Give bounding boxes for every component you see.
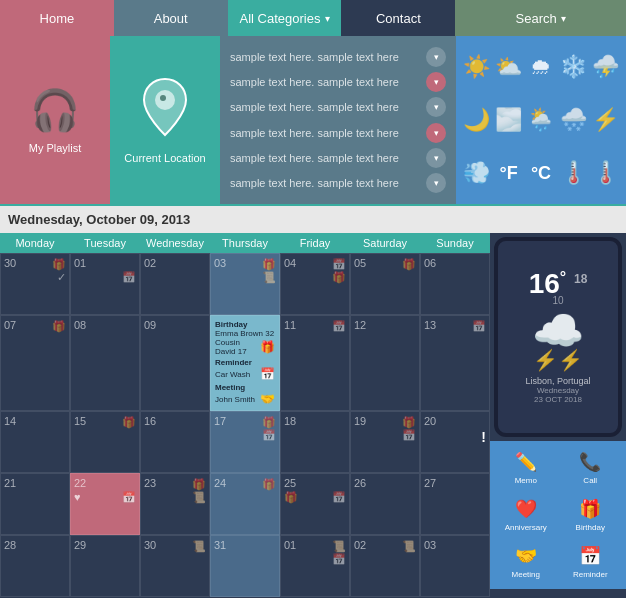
cell-12[interactable]: 12 bbox=[350, 315, 420, 411]
cal-icon2: 📅 bbox=[332, 491, 346, 504]
cell-17[interactable]: 17🎁 📅 bbox=[210, 411, 280, 473]
location-box[interactable]: Current Location bbox=[110, 36, 220, 204]
cell-16[interactable]: 16 bbox=[140, 411, 210, 473]
cloud-sun-icon: ⛅ bbox=[495, 54, 522, 80]
cell-10-event[interactable]: Birthday Emma Brown 32 Cousin David 17 🎁… bbox=[210, 315, 280, 411]
news-row-5: sample text here. sample text here ▾ bbox=[230, 148, 446, 168]
thunder-icon: ⚡ bbox=[592, 107, 619, 133]
cell-31[interactable]: 31 bbox=[210, 535, 280, 597]
cell-07[interactable]: 07🎁 bbox=[0, 315, 70, 411]
cell-num: 01 bbox=[74, 257, 86, 269]
news-btn-4[interactable]: ▾ bbox=[426, 123, 446, 143]
cell-06a[interactable]: 06 bbox=[420, 253, 490, 315]
nav-search[interactable]: Search ▾ bbox=[455, 0, 626, 36]
event-emma: Emma Brown 32 bbox=[215, 329, 275, 338]
cell-02a[interactable]: 02 bbox=[140, 253, 210, 315]
cell-25[interactable]: 25 🎁 📅 bbox=[280, 473, 350, 535]
event-carwash: Car Wash bbox=[215, 370, 250, 379]
cell-23[interactable]: 23🎁 📜 bbox=[140, 473, 210, 535]
cell-num: 25 bbox=[284, 477, 296, 489]
news-btn-3[interactable]: ▾ bbox=[426, 97, 446, 117]
cell-09[interactable]: 09 bbox=[140, 315, 210, 411]
cell-num: 09 bbox=[144, 319, 156, 331]
cell-03a[interactable]: 03🎁 📜 bbox=[210, 253, 280, 315]
meeting-action[interactable]: 🤝 Meeting bbox=[494, 539, 558, 585]
calendar-title: Wednesday, October 09, 2013 bbox=[8, 212, 190, 227]
calendar-icon-event: 📅 bbox=[260, 367, 275, 381]
cell-num: 28 bbox=[4, 539, 16, 551]
cell-01a[interactable]: 01 📅 bbox=[70, 253, 140, 315]
call-action[interactable]: 📞 Call bbox=[559, 445, 623, 491]
cell-num: 19 bbox=[354, 415, 366, 427]
memo-label: Memo bbox=[515, 476, 537, 485]
thermometer-high-icon: 🌡️ bbox=[592, 160, 619, 186]
exclaim-icon: ! bbox=[424, 429, 486, 445]
cell-num: 23 bbox=[144, 477, 156, 489]
nav-contact[interactable]: Contact bbox=[341, 0, 455, 36]
cell-20[interactable]: 20 ! bbox=[420, 411, 490, 473]
news-row-1: sample text here. sample text here ▾ bbox=[230, 47, 446, 67]
event-birthday-label: Birthday bbox=[215, 320, 275, 329]
cell-11[interactable]: 11📅 bbox=[280, 315, 350, 411]
phone-date: 23 OCT 2018 bbox=[534, 395, 582, 404]
nav-about[interactable]: About bbox=[114, 0, 228, 36]
day-friday: Friday bbox=[280, 233, 350, 253]
birthday-icon: 🎁 bbox=[579, 498, 601, 520]
event-johnsmith: John Smith bbox=[215, 395, 255, 404]
birthday-label: Birthday bbox=[576, 523, 605, 532]
news-btn-5[interactable]: ▾ bbox=[426, 148, 446, 168]
cell-02b[interactable]: 02📜 bbox=[350, 535, 420, 597]
nav-categories[interactable]: All Categories ▾ bbox=[228, 0, 342, 36]
news-btn-1[interactable]: ▾ bbox=[426, 47, 446, 67]
cell-14[interactable]: 14 bbox=[0, 411, 70, 473]
day-sunday: Sunday bbox=[420, 233, 490, 253]
birthday-action[interactable]: 🎁 Birthday bbox=[559, 492, 623, 538]
snow-icon: ❄️ bbox=[560, 54, 587, 80]
cell-30b[interactable]: 30📜 bbox=[140, 535, 210, 597]
news-btn-6[interactable]: ▾ bbox=[426, 173, 446, 193]
gift-icon2: 🎁 bbox=[284, 491, 298, 504]
meeting-icon: 🤝 bbox=[515, 545, 537, 567]
memo-action[interactable]: ✏️ Memo bbox=[494, 445, 558, 491]
cell-29[interactable]: 29 bbox=[70, 535, 140, 597]
cell-04a[interactable]: 04📅 🎁 bbox=[280, 253, 350, 315]
cell-13[interactable]: 13📅 bbox=[420, 315, 490, 411]
fog-icon: 🌫️ bbox=[495, 107, 522, 133]
phone-day: Wednesday bbox=[537, 386, 579, 395]
anniversary-action[interactable]: ❤️ Anniversary bbox=[494, 492, 558, 538]
cell-num: 26 bbox=[354, 477, 366, 489]
cell-num: 30 bbox=[4, 257, 16, 269]
news-btn-2[interactable]: ▾ bbox=[426, 72, 446, 92]
cell-18[interactable]: 18 bbox=[280, 411, 350, 473]
nav-home[interactable]: Home bbox=[0, 0, 114, 36]
headphones-icon: 🎧 bbox=[30, 87, 80, 134]
cell-num: 17 bbox=[214, 415, 226, 427]
news-row-6: sample text here. sample text here ▾ bbox=[230, 173, 446, 193]
reminder-action[interactable]: 📅 Reminder bbox=[559, 539, 623, 585]
location-icon bbox=[140, 77, 190, 144]
cell-num: 03 bbox=[214, 257, 226, 269]
cell-15[interactable]: 15🎁 bbox=[70, 411, 140, 473]
cell-22[interactable]: 22 ♥ 📅 bbox=[70, 473, 140, 535]
news-text-2: sample text here. sample text here bbox=[230, 76, 399, 88]
cell-27[interactable]: 27 bbox=[420, 473, 490, 535]
cell-21[interactable]: 21 bbox=[0, 473, 70, 535]
cell-30a[interactable]: 30🎁 ✓ bbox=[0, 253, 70, 315]
cell-num: 04 bbox=[284, 257, 296, 269]
cell-28[interactable]: 28 bbox=[0, 535, 70, 597]
event-meeting-label: Meeting bbox=[215, 383, 275, 392]
cell-24[interactable]: 24🎁 bbox=[210, 473, 280, 535]
cell-05a[interactable]: 05🎁 bbox=[350, 253, 420, 315]
cell-num: 01 bbox=[284, 539, 296, 551]
day-saturday: Saturday bbox=[350, 233, 420, 253]
cell-01b[interactable]: 01📜 📅 bbox=[280, 535, 350, 597]
top-section: 🎧 My Playlist Current Location sample te… bbox=[0, 36, 626, 204]
cell-26[interactable]: 26 bbox=[350, 473, 420, 535]
playlist-box[interactable]: 🎧 My Playlist bbox=[0, 36, 110, 204]
navbar: Home About All Categories ▾ Contact Sear… bbox=[0, 0, 626, 36]
news-row-4: sample text here. sample text here ▾ bbox=[230, 123, 446, 143]
cell-03b[interactable]: 03 bbox=[420, 535, 490, 597]
cell-08[interactable]: 08 bbox=[70, 315, 140, 411]
event-cousin: Cousin David 17 bbox=[215, 338, 260, 356]
cell-19[interactable]: 19🎁 📅 bbox=[350, 411, 420, 473]
